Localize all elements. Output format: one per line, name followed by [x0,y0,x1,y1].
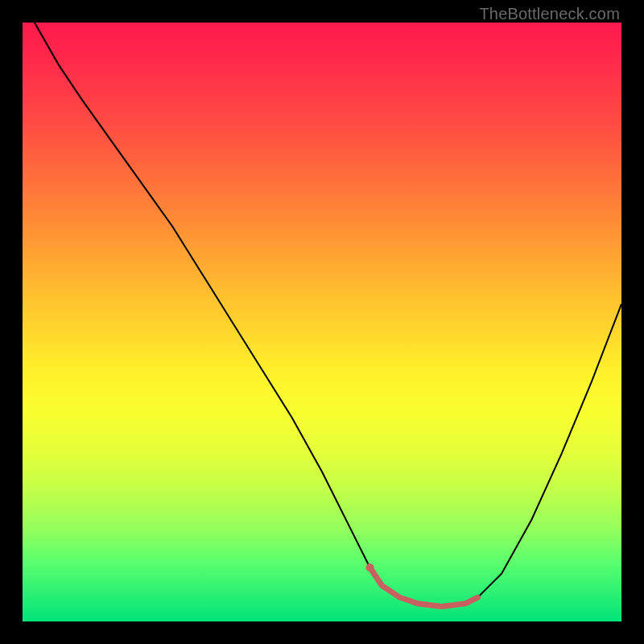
main-curve [35,23,621,606]
highlight-band [370,568,478,606]
curve-svg [23,23,621,621]
chart-frame: TheBottleneck.com [0,0,644,644]
watermark-text: TheBottleneck.com [479,5,620,23]
highlight-dot [366,564,374,572]
plot-area [23,23,621,621]
